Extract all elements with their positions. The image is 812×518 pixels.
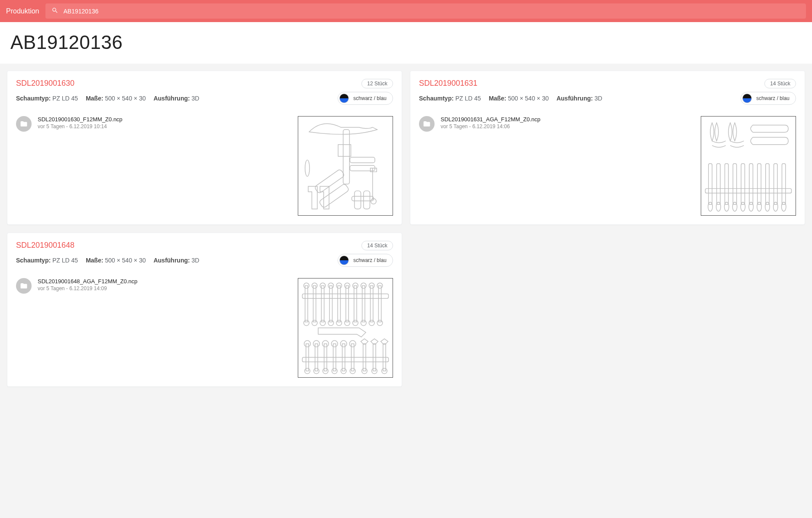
quantity-badge: 12 Stück	[361, 79, 393, 88]
svg-point-62	[377, 320, 383, 326]
svg-rect-1	[338, 145, 351, 156]
svg-point-24	[724, 202, 728, 211]
svg-rect-37	[313, 286, 316, 322]
svg-point-28	[757, 202, 761, 211]
svg-rect-0	[343, 130, 350, 184]
value-schaumtyp: PZ LD 45	[455, 95, 481, 102]
card-id[interactable]: SDL2019001648	[16, 241, 74, 250]
quantity-badge: 14 Stück	[764, 79, 796, 88]
file-name: SDL2019001631_AGA_F12MM_Z0.ncp	[441, 116, 541, 123]
svg-point-27	[749, 202, 753, 211]
label-schaumtyp: Schaumtyp:	[16, 257, 51, 264]
svg-rect-43	[329, 286, 332, 322]
value-masse: 500 × 540 × 30	[508, 95, 549, 102]
svg-rect-15	[733, 164, 736, 204]
folder-icon	[16, 278, 32, 294]
production-card: SDL2019001631 14 Stück Schaumtyp: PZ LD …	[410, 71, 805, 225]
search-input[interactable]	[63, 7, 800, 15]
folder-icon	[419, 116, 435, 132]
color-pill: schwarz / blau	[338, 92, 393, 105]
value-masse: 500 × 540 × 30	[105, 257, 146, 264]
file-row[interactable]: SDL2019001648_AGA_F12MM_Z0.ncp vor 5 Tag…	[16, 278, 285, 378]
value-ausfuehrung: 3D	[192, 95, 200, 102]
svg-rect-58	[371, 286, 373, 322]
file-name: SDL2019001648_AGA_F12MM_Z0.ncp	[38, 278, 138, 285]
color-text: schwarz / blau	[756, 95, 789, 101]
color-swatch-icon	[339, 256, 349, 265]
svg-point-44	[328, 320, 334, 326]
preview-thumbnail[interactable]	[298, 116, 393, 216]
quantity-badge: 14 Stück	[361, 241, 393, 250]
svg-rect-2	[350, 157, 375, 163]
svg-rect-46	[338, 286, 340, 322]
svg-rect-34	[305, 286, 308, 322]
svg-rect-20	[774, 164, 777, 204]
svg-rect-18	[757, 164, 761, 204]
value-masse: 500 × 540 × 30	[105, 95, 146, 102]
svg-rect-49	[346, 286, 348, 322]
svg-point-31	[781, 202, 786, 211]
label-schaumtyp: Schaumtyp:	[419, 95, 454, 102]
preview-thumbnail[interactable]	[298, 278, 393, 378]
svg-point-53	[353, 320, 358, 326]
svg-point-30	[773, 202, 778, 211]
file-date: vor 5 Tagen - 6.12.2019 10:14	[38, 123, 122, 130]
file-row[interactable]: SDL2019001630_F12MM_Z0.ncp vor 5 Tagen -…	[16, 116, 285, 216]
file-date: vor 5 Tagen - 6.12.2019 14:06	[441, 123, 541, 130]
value-ausfuehrung: 3D	[192, 257, 200, 264]
svg-point-23	[716, 202, 721, 211]
label-masse: Maße:	[86, 257, 103, 264]
app-brand: Produktion	[6, 7, 39, 15]
color-text: schwarz / blau	[353, 257, 387, 263]
svg-point-50	[345, 320, 350, 326]
production-card: SDL2019001648 14 Stück Schaumtyp: PZ LD …	[7, 233, 402, 387]
spec-list: Schaumtyp: PZ LD 45 Maße: 500 × 540 × 30…	[419, 95, 602, 102]
card-id[interactable]: SDL2019001631	[419, 79, 477, 88]
spec-list: Schaumtyp: PZ LD 45 Maße: 500 × 540 × 30…	[16, 95, 199, 102]
top-bar: Produktion	[0, 0, 812, 22]
page-header: AB19120136	[0, 22, 812, 64]
svg-rect-19	[766, 164, 769, 204]
color-text: schwarz / blau	[353, 95, 387, 101]
file-row[interactable]: SDL2019001631_AGA_F12MM_Z0.ncp vor 5 Tag…	[419, 116, 688, 216]
svg-point-47	[336, 320, 342, 326]
svg-point-35	[304, 320, 309, 326]
svg-rect-9	[352, 196, 374, 201]
value-ausfuehrung: 3D	[595, 95, 603, 102]
preview-thumbnail[interactable]	[701, 116, 796, 216]
svg-rect-7	[354, 191, 361, 209]
search-wrap[interactable]	[45, 3, 806, 19]
label-schaumtyp: Schaumtyp:	[16, 95, 51, 102]
svg-rect-12	[709, 164, 712, 204]
value-schaumtyp: PZ LD 45	[52, 95, 78, 102]
svg-rect-52	[354, 286, 357, 322]
file-date: vor 5 Tagen - 6.12.2019 14:09	[38, 285, 138, 291]
card-id[interactable]: SDL2019001630	[16, 79, 74, 88]
svg-rect-55	[362, 286, 365, 322]
label-masse: Maße:	[489, 95, 506, 102]
svg-point-38	[312, 320, 317, 326]
card-grid: SDL2019001630 12 Stück Schaumtyp: PZ LD …	[0, 64, 812, 394]
color-swatch-icon	[742, 94, 752, 103]
svg-rect-11	[705, 188, 791, 193]
folder-icon	[16, 116, 32, 132]
svg-point-59	[369, 320, 374, 326]
svg-rect-17	[749, 164, 753, 204]
svg-point-41	[320, 320, 325, 326]
svg-rect-8	[364, 191, 370, 209]
svg-rect-5	[314, 169, 345, 194]
color-pill: schwarz / blau	[338, 254, 393, 267]
label-ausfuehrung: Ausführung:	[154, 95, 190, 102]
svg-rect-40	[321, 286, 324, 322]
page-title: AB19120136	[10, 32, 802, 53]
file-name: SDL2019001630_F12MM_Z0.ncp	[38, 116, 122, 123]
svg-rect-32	[302, 294, 388, 298]
svg-point-56	[361, 320, 367, 326]
svg-point-29	[765, 202, 770, 211]
label-ausfuehrung: Ausführung:	[154, 257, 190, 264]
color-pill: schwarz / blau	[741, 92, 796, 105]
search-icon	[52, 7, 58, 15]
svg-rect-21	[782, 164, 786, 204]
svg-point-25	[732, 202, 737, 211]
color-swatch-icon	[339, 94, 349, 103]
